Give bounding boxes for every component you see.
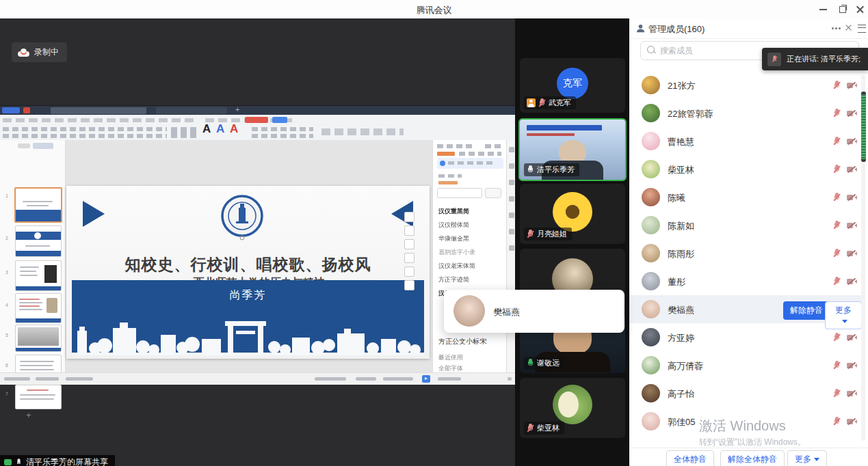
mic-muted-icon[interactable] (833, 81, 841, 90)
member-row-hovered[interactable]: 樊福燕 解除静音 更多 (629, 295, 862, 323)
camera-off-icon[interactable] (847, 249, 857, 257)
more-options-icon[interactable] (832, 27, 834, 29)
footer-more-button[interactable]: 更多 (787, 450, 827, 466)
ribbon-controls[interactable] (252, 134, 313, 138)
ribbon-controls[interactable] (252, 127, 313, 131)
restore-button[interactable] (837, 4, 848, 14)
member-row[interactable]: 高万倩蓉 (629, 351, 862, 379)
ribbon-controls[interactable] (321, 128, 404, 135)
strip-icon[interactable] (509, 196, 514, 202)
mic-muted-icon[interactable] (833, 249, 841, 258)
status-controls[interactable] (356, 377, 376, 381)
camera-off-icon[interactable] (847, 333, 857, 341)
add-slide-button[interactable]: + (26, 410, 31, 420)
member-row[interactable]: 陈曦 (629, 183, 862, 211)
scrollbar-thumb[interactable] (861, 94, 866, 159)
font-color-a-black[interactable]: A (202, 122, 211, 136)
mic-muted-icon[interactable] (833, 361, 841, 370)
strip-icon[interactable] (509, 180, 514, 185)
ribbon-controls[interactable] (3, 127, 167, 131)
member-row[interactable]: 21张方 (629, 71, 862, 99)
close-panel-icon[interactable] (845, 24, 853, 32)
font-item[interactable]: 华康俪金黑 (438, 234, 503, 243)
mute-all-button[interactable]: 全体静音 (666, 450, 714, 466)
document-tab[interactable] (156, 107, 227, 114)
strip-icon[interactable] (509, 245, 514, 251)
strip-icon[interactable] (509, 147, 514, 152)
mic-muted-icon[interactable] (833, 389, 841, 398)
slide-thumb-4[interactable] (15, 293, 62, 323)
pane-tabs[interactable] (459, 152, 501, 156)
mic-muted-icon[interactable] (833, 137, 841, 146)
pane-section-row[interactable] (438, 174, 462, 178)
camera-off-icon[interactable] (847, 137, 857, 145)
tool-button[interactable] (404, 253, 415, 263)
document-tab-active[interactable] (51, 107, 146, 114)
mic-muted-icon[interactable] (833, 193, 841, 202)
unmute-button[interactable]: 解除静音 (783, 301, 830, 320)
camera-off-icon[interactable] (847, 389, 857, 397)
font-item[interactable]: 汉仪重黑简 (438, 207, 503, 216)
pane-section[interactable]: 最近使用 (438, 353, 503, 362)
tool-button[interactable] (404, 280, 415, 290)
font-item[interactable]: 汉仪老宋体简 (438, 262, 503, 271)
camera-off-icon[interactable] (847, 361, 857, 369)
ribbon-controls[interactable] (171, 127, 198, 138)
slide-thumb-7[interactable] (15, 385, 62, 409)
pane-header-icons[interactable] (485, 144, 503, 148)
slide-thumb-3[interactable] (15, 260, 62, 291)
font-color-a-red[interactable]: A (230, 122, 238, 136)
mic-muted-icon[interactable] (833, 109, 841, 118)
status-collapse[interactable] (508, 377, 512, 381)
member-row[interactable]: 高子怡 (629, 379, 862, 407)
close-button[interactable] (855, 4, 866, 14)
wps-app-icon[interactable] (23, 107, 30, 113)
mic-muted-icon[interactable] (833, 277, 841, 286)
current-slide[interactable]: 知校史、行校训、唱校歌、扬校风 ——西北师范大学的历史与精神 尚季芳 (66, 186, 430, 359)
member-row[interactable]: 陈雨彤 (629, 239, 862, 267)
camera-off-icon[interactable] (847, 277, 857, 285)
strip-icon[interactable] (509, 229, 514, 234)
strip-icon[interactable] (509, 213, 514, 218)
wps-logo-chip[interactable] (2, 107, 20, 113)
video-tile-yueliangjiejie[interactable]: 月亮姐姐 (520, 184, 625, 244)
member-row[interactable]: 曹艳慧 (629, 127, 862, 155)
tool-button[interactable] (404, 212, 415, 222)
camera-off-icon[interactable] (847, 221, 857, 229)
camera-off-icon[interactable] (847, 193, 857, 201)
slideshow-play-button[interactable] (422, 375, 430, 383)
mic-muted-icon[interactable] (833, 333, 841, 342)
member-row[interactable]: 方亚婷 (629, 323, 862, 351)
tool-button[interactable] (404, 239, 415, 249)
ribbon-controls[interactable] (3, 134, 167, 138)
slides-tab[interactable] (33, 143, 53, 149)
member-row[interactable]: 董彤 (629, 267, 862, 295)
video-tile-chaiyalin[interactable]: 柴亚林 (520, 378, 625, 438)
status-zoom[interactable] (438, 377, 461, 381)
font-item[interactable]: 汉仪楷体简 (438, 221, 503, 230)
video-tile-qingpingle-active-speaker[interactable]: 清平乐季芳 (518, 118, 627, 181)
member-row[interactable]: 22旅管郭蓉 (629, 99, 862, 127)
layout-menu-icon[interactable] (858, 25, 866, 33)
outline-tab[interactable] (18, 143, 30, 148)
tool-button[interactable] (404, 266, 415, 277)
pane-search-button[interactable] (485, 188, 501, 198)
pane-section-row-active[interactable] (438, 181, 458, 184)
unmute-all-button[interactable]: 解除全体静音 (720, 450, 785, 466)
ribbon-blue-chip[interactable] (272, 117, 287, 123)
recording-badge[interactable]: 录制中 (12, 42, 67, 62)
strip-icon[interactable] (509, 163, 514, 169)
pane-search-input[interactable] (437, 188, 482, 198)
ribbon-menu-row[interactable] (3, 118, 194, 122)
slide-thumb-1-selected[interactable] (14, 187, 62, 223)
font-item[interactable]: 方正字迹简 (438, 275, 503, 284)
font-color-a-blue[interactable]: A (216, 122, 224, 136)
mic-muted-icon[interactable] (833, 221, 841, 230)
font-item-highlight[interactable]: 方正公文小标宋 (438, 337, 503, 346)
camera-off-icon[interactable] (847, 81, 857, 89)
new-tab-button[interactable]: + (235, 105, 239, 113)
tool-button[interactable] (404, 225, 415, 236)
slide-thumb-2[interactable] (15, 225, 62, 257)
camera-off-icon[interactable] (847, 109, 857, 117)
pane-info-banner[interactable] (437, 158, 503, 169)
